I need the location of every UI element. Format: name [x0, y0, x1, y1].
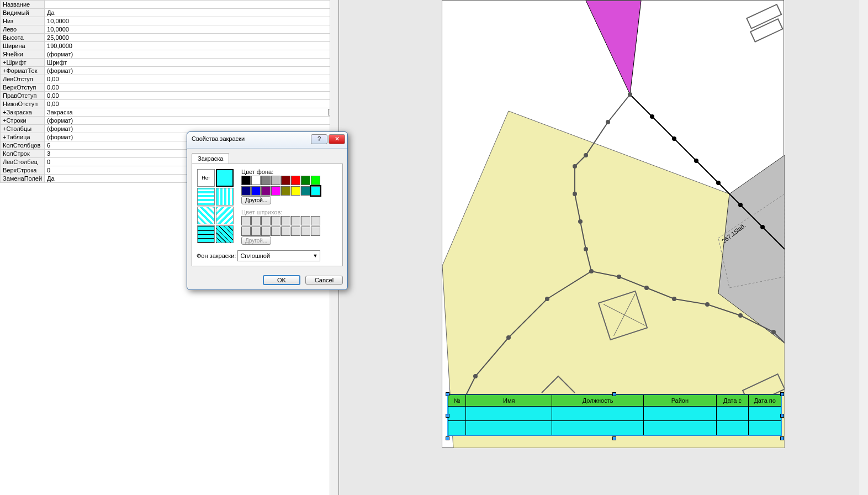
property-value[interactable]: Закраска...: [45, 108, 338, 117]
fill-mode-combo[interactable]: Сплошной▼: [237, 250, 320, 261]
color-swatch[interactable]: [301, 176, 310, 185]
property-value[interactable]: 0,00: [45, 100, 338, 108]
resize-handle[interactable]: [612, 436, 616, 440]
color-swatch[interactable]: [281, 186, 290, 196]
property-value[interactable]: (формат): [45, 67, 338, 75]
resize-handle[interactable]: [780, 414, 784, 418]
svg-point-6: [584, 153, 588, 157]
svg-point-19: [738, 313, 743, 318]
color-swatch[interactable]: [261, 186, 271, 196]
property-value[interactable]: 0,00: [45, 75, 338, 83]
color-swatch[interactable]: [301, 186, 310, 196]
color-swatch[interactable]: [311, 186, 320, 196]
property-row[interactable]: НижнОтступ0,00: [1, 100, 338, 108]
resize-handle[interactable]: [446, 414, 449, 418]
bg-color-label: Цвет фона:: [241, 168, 329, 175]
table-header[interactable]: №: [448, 395, 466, 407]
color-swatch: [271, 227, 280, 236]
property-value[interactable]: 10,0000: [45, 25, 338, 34]
resize-handle[interactable]: [612, 392, 616, 396]
resize-handle[interactable]: [780, 436, 784, 440]
pattern-diaggrid[interactable]: [216, 225, 234, 243]
help-button[interactable]: ?: [311, 134, 327, 144]
cancel-button[interactable]: Cancel: [305, 276, 343, 285]
property-row[interactable]: +ЗакраскаЗакраска...: [1, 108, 338, 117]
ok-button[interactable]: OK: [263, 275, 300, 285]
color-swatch: [311, 227, 320, 236]
chevron-down-icon: ▼: [313, 253, 317, 259]
color-swatch[interactable]: [281, 176, 290, 185]
color-swatch[interactable]: [241, 186, 251, 196]
table-row[interactable]: [448, 407, 781, 421]
table-header[interactable]: Дата с: [716, 395, 749, 407]
property-value[interactable]: Да: [45, 9, 338, 17]
property-row[interactable]: Высота25,0000: [1, 34, 338, 42]
property-value[interactable]: 25,0000: [45, 34, 338, 42]
property-value[interactable]: [45, 1, 338, 9]
table-header[interactable]: Дата по: [749, 395, 781, 407]
property-value[interactable]: 10,0000: [45, 17, 338, 25]
property-row[interactable]: Ширина190,0000: [1, 42, 338, 50]
pattern-none[interactable]: Нет: [197, 169, 215, 187]
property-value[interactable]: 0,00: [45, 83, 338, 92]
property-name: КолСтолбцов: [1, 141, 45, 150]
property-row[interactable]: ВидимыйДа: [1, 9, 338, 17]
property-row[interactable]: Лево10,0000: [1, 25, 338, 34]
pattern-grid: Нет: [197, 168, 234, 244]
property-value[interactable]: (формат): [45, 117, 338, 125]
dialog-titlebar[interactable]: Свойства закраски ? ✕: [187, 132, 347, 149]
close-button[interactable]: ✕: [329, 134, 345, 144]
color-swatch[interactable]: [291, 176, 300, 185]
property-row[interactable]: Название: [1, 1, 338, 9]
bg-color-swatches: [241, 175, 329, 196]
color-swatch[interactable]: [261, 176, 271, 185]
pattern-diag2[interactable]: [216, 207, 234, 224]
color-swatch[interactable]: [311, 176, 320, 185]
svg-point-9: [578, 219, 583, 224]
property-value[interactable]: Шрифт: [45, 59, 338, 67]
tab-fill[interactable]: Закраска: [192, 153, 229, 164]
color-swatch[interactable]: [271, 176, 280, 185]
property-row[interactable]: ЛевОтступ0,00: [1, 75, 338, 83]
table-header[interactable]: Имя: [466, 395, 552, 407]
property-value[interactable]: 0,00: [45, 92, 338, 100]
pattern-grid[interactable]: [197, 225, 215, 243]
color-swatch[interactable]: [251, 176, 261, 185]
color-swatch[interactable]: [241, 176, 251, 185]
property-value[interactable]: (формат): [45, 50, 338, 59]
pattern-horiz[interactable]: [197, 188, 215, 206]
resize-handle[interactable]: [446, 392, 449, 396]
property-row[interactable]: Низ10,0000: [1, 17, 338, 25]
property-name: Ячейки: [1, 50, 45, 59]
svg-point-22: [672, 136, 676, 141]
property-name: ВерхСтрока: [1, 166, 45, 175]
color-swatch: [301, 227, 310, 236]
pattern-vert[interactable]: [216, 188, 234, 206]
resize-handle[interactable]: [780, 392, 784, 396]
table-row[interactable]: [448, 421, 781, 435]
property-row[interactable]: ВерхОтступ0,00: [1, 83, 338, 92]
property-row[interactable]: +Строки(формат): [1, 117, 338, 125]
table-header[interactable]: Район: [644, 395, 717, 407]
property-name: Ширина: [1, 42, 45, 50]
color-swatch[interactable]: [271, 186, 280, 196]
table-object[interactable]: №ИмяДолжностьРайонДата сДата по: [447, 394, 782, 436]
color-swatch[interactable]: [291, 186, 300, 196]
pattern-solid[interactable]: [216, 169, 234, 187]
property-row[interactable]: ПравОтступ0,00: [1, 92, 338, 100]
property-row[interactable]: +ШрифтШрифт: [1, 59, 338, 67]
property-row[interactable]: +ФорматТек(формат): [1, 67, 338, 75]
property-row[interactable]: Ячейки(формат): [1, 50, 338, 59]
resize-handle[interactable]: [446, 436, 449, 440]
property-value[interactable]: 190,0000: [45, 42, 338, 50]
property-name: Высота: [1, 34, 45, 42]
color-swatch: [261, 216, 271, 225]
property-name: ВерхОтступ: [1, 83, 45, 92]
table-header[interactable]: Должность: [552, 395, 644, 407]
canvas-scrollbar[interactable]: [859, 0, 868, 495]
pattern-diag1[interactable]: [197, 207, 215, 224]
other-bg-color-button[interactable]: Другой...: [241, 196, 271, 204]
svg-point-23: [694, 159, 698, 163]
color-swatch: [291, 227, 300, 236]
color-swatch[interactable]: [251, 186, 261, 196]
